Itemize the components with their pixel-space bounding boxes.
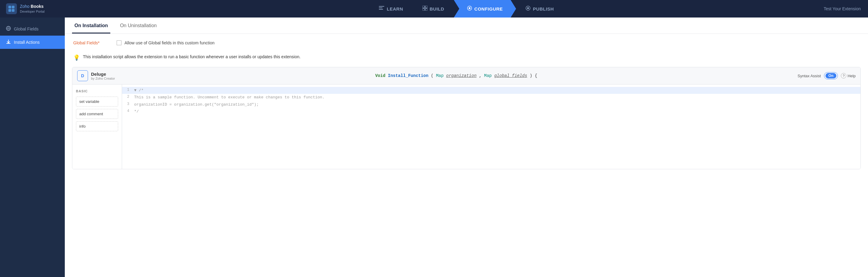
nav-step-configure[interactable]: CONFIGURE xyxy=(454,0,516,18)
sidebar-global-fields-label: Global Fields xyxy=(14,27,38,31)
sidebar: Global Fields Install Actions xyxy=(0,18,65,277)
sidebar-install-actions-label: Install Actions xyxy=(14,40,40,45)
block-info-label: info xyxy=(79,124,86,129)
svg-rect-4 xyxy=(379,6,384,7)
logo-area: Zoho Books Developer Portal xyxy=(6,3,71,14)
help-button[interactable]: ? Help xyxy=(841,73,856,79)
publish-label: PUBLISH xyxy=(533,6,554,11)
nav-step-build[interactable]: BUILD xyxy=(413,0,454,18)
svg-rect-0 xyxy=(8,6,11,8)
line-num-3: 3 xyxy=(122,101,134,108)
block-info[interactable]: info xyxy=(76,121,118,131)
help-circle-icon: ? xyxy=(841,73,846,79)
blocks-panel-title: BASIC xyxy=(76,89,118,93)
svg-rect-9 xyxy=(423,8,425,10)
top-nav: Zoho Books Developer Portal LEARN xyxy=(0,0,868,18)
block-set-variable-label: set variable xyxy=(79,99,99,104)
global-fields-icon xyxy=(6,26,11,32)
bulb-icon: 💡 xyxy=(73,54,80,61)
editor-header-left: D Deluge by Zoho Creator xyxy=(77,70,115,81)
info-text: This installation script allows the exte… xyxy=(83,54,301,59)
test-ext-label: Test Your Extension xyxy=(824,6,861,11)
tab-on-installation[interactable]: On Installation xyxy=(72,18,110,33)
editor-header-right: Syntax Assist On ? Help xyxy=(798,72,856,79)
nav-step-publish[interactable]: PUBLISH xyxy=(516,0,563,18)
line-num-2: 2 xyxy=(122,94,134,101)
line-content-4: */ xyxy=(134,108,139,115)
tab-on-uninstallation[interactable]: On Uninstallation xyxy=(118,18,159,33)
line-content-3: organizationID = organization.get("organ… xyxy=(134,101,258,108)
build-label: BUILD xyxy=(430,6,444,11)
learn-label: LEARN xyxy=(387,6,403,11)
svg-rect-6 xyxy=(379,9,383,10)
tabs-bar: On Installation On Uninstallation xyxy=(65,18,868,34)
logo-icon xyxy=(6,3,17,14)
logo-text: Zoho Books Developer Portal xyxy=(20,4,44,13)
content-area: On Installation On Uninstallation Global… xyxy=(65,18,868,277)
svg-point-14 xyxy=(527,7,529,9)
editor-body: BASIC set variable add comment info xyxy=(72,84,861,169)
blocks-panel: BASIC set variable add comment info xyxy=(72,84,122,169)
global-fields-row: Global Fields* Allow use of Global field… xyxy=(65,34,868,52)
block-add-comment-label: add comment xyxy=(79,112,103,116)
code-line-3: 3 organizationID = organization.get("org… xyxy=(122,101,861,108)
test-extension-button[interactable]: Test Your Extension xyxy=(824,6,861,11)
svg-rect-7 xyxy=(423,6,425,8)
build-icon xyxy=(423,6,427,12)
deluge-label: Deluge xyxy=(91,72,115,77)
nav-step-learn[interactable]: LEARN xyxy=(369,0,412,18)
syntax-assist-label: Syntax Assist xyxy=(798,74,821,78)
tab-on-uninstallation-label: On Uninstallation xyxy=(120,23,157,28)
line-content-1: ▼ /* xyxy=(134,87,144,94)
allow-global-fields-checkbox[interactable] xyxy=(117,40,121,45)
svg-rect-10 xyxy=(425,8,427,10)
tab-on-installation-label: On Installation xyxy=(74,23,108,28)
learn-icon xyxy=(379,6,384,11)
func-signature: Void Install_Function ( Map organization… xyxy=(370,73,542,78)
block-add-comment[interactable]: add comment xyxy=(76,109,118,119)
svg-rect-2 xyxy=(8,9,11,12)
editor-header: D Deluge by Zoho Creator Void Install_Fu… xyxy=(72,67,861,84)
publish-icon xyxy=(526,6,530,12)
toggle-on-label: On xyxy=(826,73,837,79)
sidebar-item-global-fields[interactable]: Global Fields xyxy=(0,22,65,36)
global-fields-label: Global Fields* xyxy=(73,40,110,45)
line-num-1: 1 xyxy=(122,87,134,93)
deluge-icon: D xyxy=(77,70,88,81)
configure-label: CONFIGURE xyxy=(474,6,503,11)
nav-steps: LEARN BUILD CONFIGURE xyxy=(71,0,862,18)
code-editor-container: D Deluge by Zoho Creator Void Install_Fu… xyxy=(72,67,861,169)
code-lines: 1 ▼ /* 2 This is a sample function. Unco… xyxy=(122,84,861,118)
deluge-info: Deluge by Zoho Creator xyxy=(91,72,115,80)
line-num-4: 4 xyxy=(122,108,134,115)
line-content-2: This is a sample function. Uncomment to … xyxy=(134,94,324,101)
svg-rect-3 xyxy=(12,9,14,12)
svg-rect-1 xyxy=(12,6,14,8)
code-line-1: 1 ▼ /* xyxy=(122,87,861,94)
syntax-toggle[interactable]: On xyxy=(824,72,838,79)
deluge-sub: by Zoho Creator xyxy=(91,77,115,80)
svg-rect-8 xyxy=(425,6,427,8)
block-set-variable[interactable]: set variable xyxy=(76,96,118,107)
install-actions-icon xyxy=(6,39,11,45)
configure-icon xyxy=(467,6,472,12)
info-banner: 💡 This installation script allows the ex… xyxy=(65,52,868,67)
main-layout: Global Fields Install Actions On Install… xyxy=(0,18,868,277)
allow-global-fields-text: Allow use of Global fields in this custo… xyxy=(124,40,215,45)
help-label: Help xyxy=(847,74,856,78)
svg-rect-5 xyxy=(379,7,382,8)
code-panel[interactable]: 1 ▼ /* 2 This is a sample function. Unco… xyxy=(122,84,861,169)
allow-global-fields-checkbox-area[interactable]: Allow use of Global fields in this custo… xyxy=(117,40,215,45)
code-line-2: 2 This is a sample function. Uncomment t… xyxy=(122,94,861,101)
svg-point-12 xyxy=(469,7,470,9)
code-line-4: 4 */ xyxy=(122,108,861,115)
sidebar-item-install-actions[interactable]: Install Actions xyxy=(0,36,65,49)
